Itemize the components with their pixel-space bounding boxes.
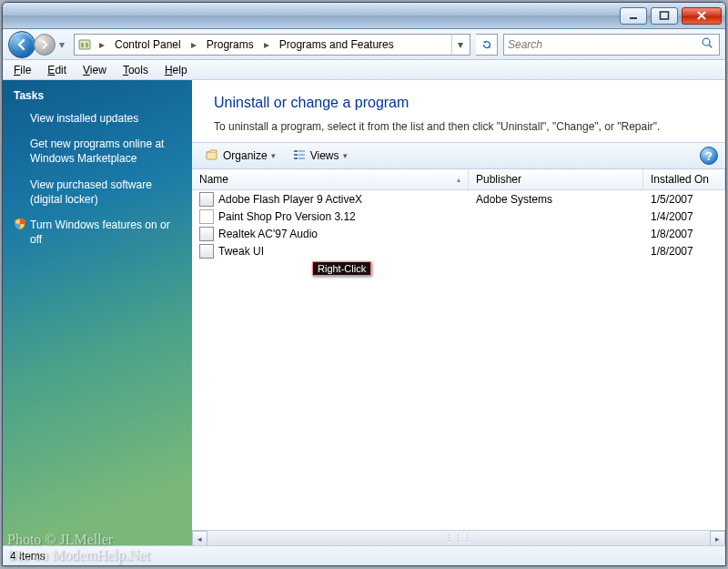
address-dropdown[interactable]: ▾	[451, 35, 468, 55]
address-bar[interactable]: ▸ Control Panel ▸ Programs ▸ Programs an…	[74, 34, 470, 56]
table-row[interactable]: Realtek AC'97 Audio 1/8/2007	[192, 225, 725, 242]
minimize-button[interactable]	[620, 7, 647, 25]
task-link[interactable]: Get new programs online at Windows Marke…	[14, 137, 181, 166]
table-row[interactable]: Adobe Flash Player 9 ActiveX Adobe Syste…	[192, 190, 725, 208]
window: ▾ ▸ Control Panel ▸ Programs ▸ Programs …	[2, 2, 726, 566]
chevron-down-icon: ▾	[343, 151, 348, 160]
svg-rect-11	[298, 154, 305, 156]
tasks-pane: Tasks View installed updates Get new pro…	[3, 80, 192, 545]
page-title: Uninstall or change a program	[214, 95, 707, 111]
chevron-right-icon[interactable]: ▸	[96, 38, 107, 51]
sort-indicator-icon: ▴	[457, 176, 460, 184]
breadcrumb-item[interactable]: Control Panel	[111, 35, 185, 55]
search-input[interactable]	[508, 38, 701, 51]
search-box[interactable]	[503, 34, 720, 56]
chevron-down-icon: ▾	[271, 151, 276, 160]
refresh-button[interactable]	[476, 34, 498, 56]
tasks-heading: Tasks	[14, 89, 181, 102]
organize-icon	[205, 147, 219, 165]
shield-icon	[14, 218, 30, 247]
scroll-thumb[interactable]: ⋮⋮⋮	[207, 532, 710, 544]
svg-rect-8	[294, 150, 298, 152]
program-list[interactable]: Adobe Flash Player 9 ActiveX Adobe Syste…	[192, 190, 725, 530]
menu-bar: File Edit View Tools Help	[3, 60, 725, 80]
table-row[interactable]: Paint Shop Pro Version 3.12 1/4/2007	[192, 208, 725, 225]
chevron-right-icon[interactable]: ▸	[188, 38, 199, 51]
main-pane: Uninstall or change a program To uninsta…	[192, 80, 725, 545]
menu-help[interactable]: Help	[157, 62, 195, 78]
app-icon	[199, 192, 214, 207]
nav-toolbar: ▾ ▸ Control Panel ▸ Programs ▸ Programs …	[3, 29, 725, 60]
column-header-installed[interactable]: Installed On	[643, 169, 725, 189]
maximize-button[interactable]	[651, 7, 678, 25]
task-link[interactable]: Turn Windows features on or off	[14, 218, 181, 247]
svg-rect-3	[81, 43, 84, 47]
views-button[interactable]: Views ▾	[287, 146, 353, 167]
svg-point-5	[703, 38, 710, 46]
svg-rect-0	[630, 17, 637, 19]
command-bar: Organize ▾ Views ▾ ?	[192, 142, 725, 169]
column-header-name[interactable]: Name ▴	[192, 169, 469, 189]
scroll-left-button[interactable]: ◂	[192, 531, 207, 545]
organize-button[interactable]: Organize ▾	[199, 146, 281, 167]
horizontal-scrollbar[interactable]: ◂ ⋮⋮⋮ ▸	[192, 530, 725, 545]
task-link[interactable]: View purchased software (digital locker)	[14, 178, 181, 207]
svg-rect-7	[207, 152, 217, 159]
menu-file[interactable]: File	[6, 62, 38, 78]
location-icon	[76, 36, 93, 53]
task-link[interactable]: View installed updates	[14, 111, 181, 126]
menu-view[interactable]: View	[76, 62, 114, 78]
app-icon	[199, 209, 214, 224]
status-text: 4 items	[10, 550, 46, 563]
breadcrumb-item[interactable]: Programs	[203, 35, 258, 55]
breadcrumb-item[interactable]: Programs and Features	[276, 35, 398, 55]
search-icon[interactable]	[701, 36, 715, 52]
svg-line-6	[709, 45, 712, 47]
svg-rect-1	[661, 12, 669, 19]
forward-button[interactable]	[34, 34, 56, 56]
nav-history-dropdown[interactable]: ▾	[56, 35, 68, 55]
close-button[interactable]	[682, 7, 722, 25]
help-button[interactable]: ?	[700, 147, 718, 165]
table-row[interactable]: Tweak UI 1/8/2007	[192, 242, 725, 259]
svg-rect-9	[298, 150, 305, 152]
tooltip: Right-Click	[312, 261, 371, 276]
app-icon	[199, 244, 214, 259]
menu-tools[interactable]: Tools	[116, 62, 156, 78]
svg-rect-10	[294, 154, 298, 156]
status-bar: 4 items	[3, 545, 725, 565]
svg-rect-2	[79, 40, 90, 49]
titlebar	[3, 3, 725, 29]
svg-rect-12	[294, 157, 298, 159]
page-subtitle: To uninstall a program, select it from t…	[214, 120, 707, 133]
chevron-right-icon[interactable]: ▸	[261, 38, 272, 51]
column-header-publisher[interactable]: Publisher	[469, 169, 643, 189]
svg-rect-4	[86, 43, 88, 47]
menu-edit[interactable]: Edit	[40, 62, 74, 78]
views-icon	[292, 147, 307, 165]
back-button[interactable]	[8, 31, 35, 58]
app-icon	[199, 227, 214, 241]
column-headers: Name ▴ Publisher Installed On	[192, 169, 725, 190]
scroll-right-button[interactable]: ▸	[710, 531, 725, 545]
svg-rect-13	[298, 157, 305, 159]
